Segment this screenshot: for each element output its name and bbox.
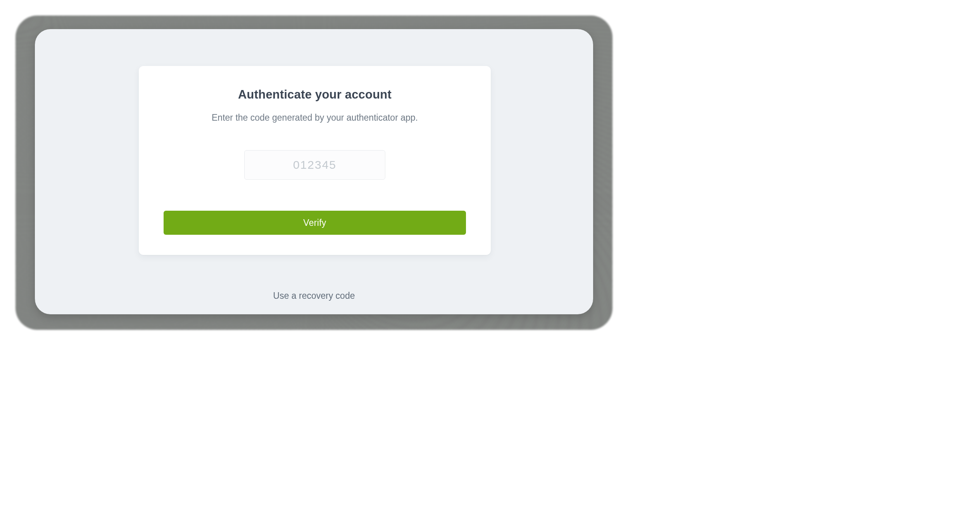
screenshot-frame: Authenticate your account Enter the code…	[16, 16, 612, 330]
auth-code-input[interactable]	[244, 150, 385, 180]
auth-card: Authenticate your account Enter the code…	[139, 66, 491, 255]
code-input-container	[164, 150, 466, 180]
recovery-link-container: Use a recovery code	[35, 291, 593, 301]
verify-button[interactable]: Verify	[164, 211, 466, 235]
auth-panel: Authenticate your account Enter the code…	[35, 29, 593, 314]
recovery-code-link[interactable]: Use a recovery code	[273, 291, 355, 301]
auth-title: Authenticate your account	[164, 88, 466, 102]
auth-subtitle: Enter the code generated by your authent…	[164, 113, 466, 123]
